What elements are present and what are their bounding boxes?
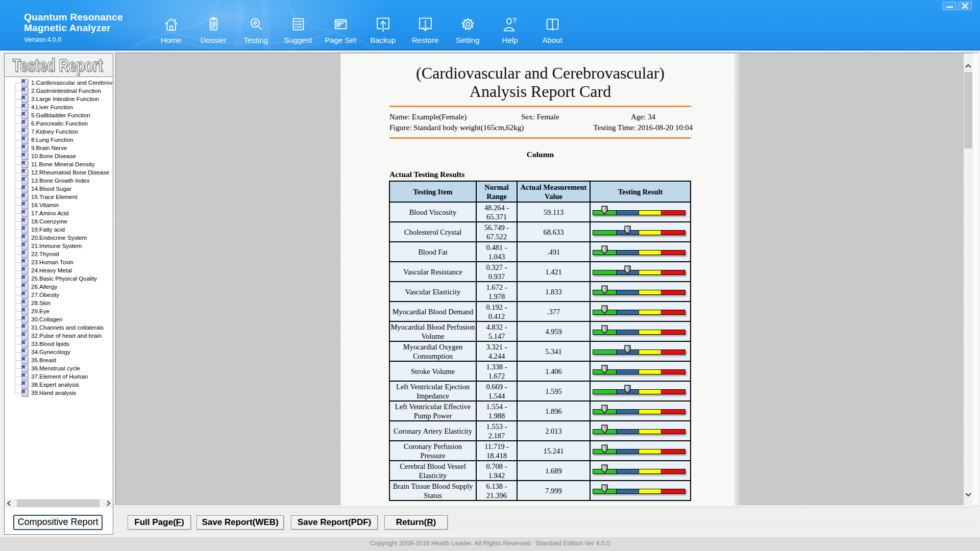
svg-text:?: ?: [512, 16, 517, 24]
